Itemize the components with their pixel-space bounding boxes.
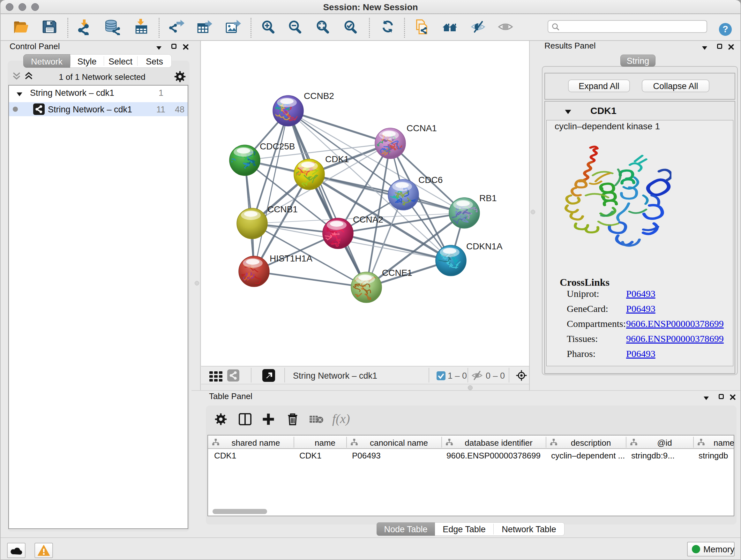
svg-text:CCNB1: CCNB1	[267, 204, 298, 214]
svg-text:CCNA2: CCNA2	[353, 214, 383, 225]
svg-text:HIST1H1A: HIST1H1A	[270, 253, 313, 263]
svg-text:RB1: RB1	[479, 193, 496, 203]
svg-text:CDC25B: CDC25B	[260, 141, 295, 151]
svg-text:CDKN1A: CDKN1A	[466, 241, 502, 251]
svg-text:CCNE1: CCNE1	[382, 268, 412, 278]
svg-text:?: ?	[723, 24, 728, 34]
svg-text:CDC6: CDC6	[418, 175, 443, 185]
svg-text:CCNA1: CCNA1	[407, 123, 437, 133]
svg-text:CDK1: CDK1	[325, 154, 349, 164]
svg-text:CCNB2: CCNB2	[304, 91, 334, 101]
